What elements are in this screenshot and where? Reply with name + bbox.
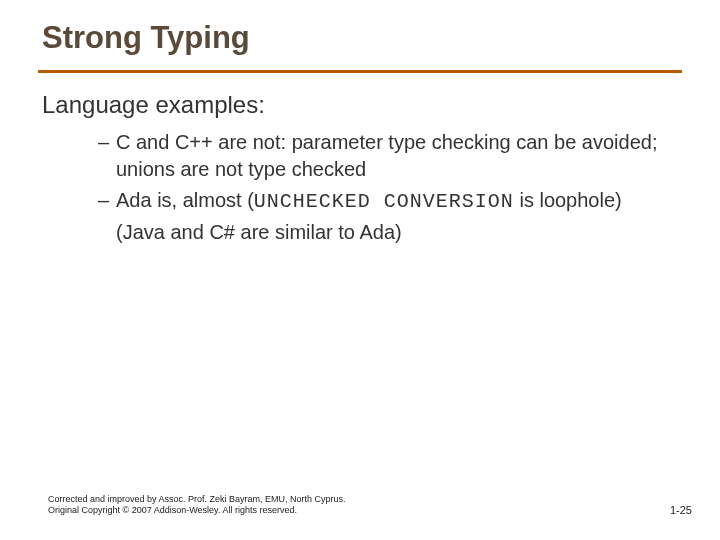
footer-page-number: 1-25 <box>670 504 692 516</box>
bullet-item: C and C++ are not: parameter type checki… <box>98 129 670 183</box>
slide-content: Language examples: C and C++ are not: pa… <box>0 73 720 246</box>
bullet-text: (Java and C# are similar to Ada) <box>116 221 402 243</box>
bullet-item: Ada is, almost (UNCHECKED CONVERSION is … <box>98 187 670 215</box>
bullet-list: C and C++ are not: parameter type checki… <box>42 129 670 246</box>
slide-title: Strong Typing <box>0 0 720 66</box>
footer-attribution: Corrected and improved by Assoc. Prof. Z… <box>48 494 368 517</box>
bullet-item: (Java and C# are similar to Ada) <box>98 219 670 246</box>
content-subhead: Language examples: <box>42 91 670 119</box>
bullet-text: Ada is, almost ( <box>116 189 254 211</box>
bullet-text: C and C++ are not: parameter type checki… <box>116 131 657 180</box>
bullet-mono: UNCHECKED CONVERSION <box>254 190 514 213</box>
slide: Strong Typing Language examples: C and C… <box>0 0 720 540</box>
bullet-text-post: is loophole) <box>514 189 622 211</box>
